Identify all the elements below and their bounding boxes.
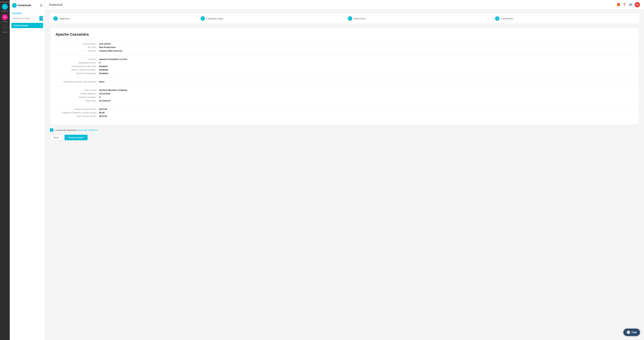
value-nodes-cost: $147.00 [99, 108, 107, 110]
step-circle-data-centre [348, 16, 352, 21]
label-enterprise-cost: Enterprise Features cost per month : [56, 111, 99, 114]
detail-row-encryption: Client ⇌ Node Encryption : Disabled [56, 69, 634, 71]
detail-row-nodes: Number of Nodes : 3 [56, 96, 634, 98]
terms-row: I accept the Instaclustr terms and condi… [50, 128, 639, 132]
action-buttons: Back Create Cluster [50, 135, 639, 140]
wizard-step-application: Application [50, 14, 197, 23]
search-icon: 🔍 [41, 17, 43, 20]
detail-row-private-ip: Private IP broadcast : Disabled [56, 72, 634, 75]
value-private-ip: Disabled [99, 72, 108, 75]
detail-section-version: Version : Apache Cassandra 3.11.8.2 Repl… [56, 55, 634, 78]
top-header: Instaclustr 🎁 ❓ ⚙️ SS [45, 0, 644, 10]
detail-row-enterprise-cost: Enterprise Features cost per month : $0.… [56, 111, 634, 114]
gift-icon[interactable]: 🎁 [616, 3, 620, 7]
label-sla-tier: SLA Tier : [56, 46, 99, 49]
confirmation-card: Apache Cassandra Cluster Name : test-clu… [50, 27, 639, 125]
main-content: Instaclustr 🎁 ❓ ⚙️ SS Application Cassan… [45, 0, 644, 340]
back-button[interactable]: Back [50, 135, 62, 140]
wizard-steps: Application Cassandra Setup Data Centre … [50, 14, 639, 23]
create-button-icon[interactable]: + [2, 25, 8, 31]
sidebar-search: 🔍 [12, 16, 43, 21]
sidebar-logo: I Instaclustr [12, 3, 31, 8]
value-node-size: t3.small-v2 [99, 99, 110, 102]
hamburger-menu[interactable]: ☰ [40, 4, 42, 7]
detail-row-version: Version : Apache Cassandra 3.11.8.2 [56, 58, 634, 61]
help-icon[interactable]: ❓ [622, 3, 626, 7]
header-actions: 🎁 ❓ ⚙️ SS [616, 2, 640, 8]
label-auth: Password and User Auth : [56, 65, 99, 68]
chat-button[interactable]: Chat [623, 328, 640, 336]
accounts-label: ACCOUNTS [0, 1, 10, 3]
detail-section-cluster: Cluster Name : test-cluster SLA Tier : N… [56, 40, 634, 55]
value-enterprise-cost: $0.00 [99, 111, 105, 114]
value-auth: Enabled [99, 65, 108, 68]
detail-section-enterprise: Enterprise Features and Add Ons : None [56, 78, 634, 86]
sidebar-logo-icon: I [12, 3, 17, 8]
label-nodes: Number of Nodes : [56, 96, 99, 98]
detail-row-enterprise: Enterprise Features and Add Ons : None [56, 80, 634, 83]
label-version: Version : [56, 58, 99, 61]
settings-icon[interactable]: ⚙️ [628, 3, 632, 7]
value-nodes: 3 [99, 96, 100, 98]
detail-row-replication: Replication Factor : 3 [56, 62, 634, 64]
value-version: Apache Cassandra 3.11.8.2 [99, 58, 127, 61]
value-provider: Amazon Web Services [99, 50, 122, 52]
step-circle-confirmation: 4 [495, 16, 500, 21]
detail-section-cost: Nodes cost per month : $147.00 Enterpris… [56, 105, 634, 121]
label-total-cost: Total cost per month : [56, 115, 99, 117]
label-provider: Provider : [56, 50, 99, 52]
step-label-data-centre: Data Centre [354, 17, 365, 20]
label-cluster-name: Cluster Name : [56, 43, 99, 45]
value-datacentre: US East (Northern Virginia) [99, 89, 127, 91]
detail-section-datacentre: Data Centre : US East (Northern Virginia… [56, 86, 634, 105]
detail-row-cluster-name: Cluster Name : test-cluster [56, 43, 634, 45]
label-replication: Replication Factor : [56, 62, 99, 64]
step-circle-application [53, 16, 58, 21]
create-label: Create [2, 31, 7, 33]
step-label-confirmation: Confirmation [501, 17, 513, 20]
label-network: Cluster Network : [56, 92, 99, 95]
value-encryption: Disabled [99, 69, 108, 71]
shivang-avatar[interactable]: S [2, 14, 8, 20]
label-node-size: Node Size : [56, 99, 99, 102]
sidebar-header: I Instaclustr ☰ [10, 2, 45, 10]
detail-row-datacentre: Data Centre : US East (Northern Virginia… [56, 89, 634, 91]
chat-label: Chat [632, 331, 636, 334]
detail-row-auth: Password and User Auth : Enabled [56, 65, 634, 68]
label-nodes-cost: Nodes cost per month : [56, 108, 99, 110]
user-avatar[interactable]: SS [634, 2, 640, 8]
chat-icon [627, 330, 630, 334]
wizard-step-cassandra-setup: Cassandra Setup [197, 14, 344, 23]
value-enterprise: None [99, 80, 105, 83]
search-button[interactable]: 🔍 [40, 16, 43, 21]
instaclustr-label: Instaclustr [1, 11, 8, 12]
label-private-ip: Private IP broadcast : [56, 72, 99, 75]
detail-row-provider: Provider : Amazon Web Services [56, 50, 634, 52]
search-input[interactable] [12, 16, 40, 21]
detail-row-total-cost: Total cost per month : $147.00 [56, 115, 634, 117]
detail-row-sla-tier: SLA Tier : Non-Production [56, 46, 634, 49]
step-circle-cassandra-setup [200, 16, 205, 21]
terms-label: I accept the Instaclustr terms and condi… [55, 129, 98, 131]
value-replication: 3 [99, 62, 100, 64]
page-content: Application Cassandra Setup Data Centre … [45, 10, 644, 340]
instaclustr-avatar[interactable]: I [2, 4, 8, 10]
sidebar-section-title: Clusters [10, 10, 45, 16]
detail-row-node-size: Node Size : t3.small-v2 [56, 99, 634, 102]
icon-bar: ACCOUNTS I Instaclustr S Shivang + Creat… [0, 0, 10, 340]
wizard-step-data-centre: Data Centre [344, 14, 492, 23]
step-label-cassandra-setup: Cassandra Setup [206, 17, 223, 20]
wizard-step-confirmation: 4 Confirmation [492, 14, 639, 23]
value-cluster-name: test-cluster [99, 43, 111, 45]
create-cluster-button[interactable]: Create Cluster + [12, 23, 43, 28]
create-cluster-submit-button[interactable]: Create Cluster [64, 135, 88, 140]
label-datacentre: Data Centre : [56, 89, 99, 91]
value-sla-tier: Non-Production [99, 46, 116, 49]
detail-row-network: Cluster Network : 10.0.0.0/16 [56, 92, 634, 95]
value-total-cost: $147.00 [99, 115, 107, 117]
terms-link[interactable]: terms and conditions [78, 129, 98, 131]
detail-row-nodes-cost: Nodes cost per month : $147.00 [56, 108, 634, 110]
terms-checkbox[interactable] [50, 128, 53, 132]
step-label-application: Application [59, 17, 70, 20]
confirmation-title: Apache Cassandra [56, 32, 634, 37]
